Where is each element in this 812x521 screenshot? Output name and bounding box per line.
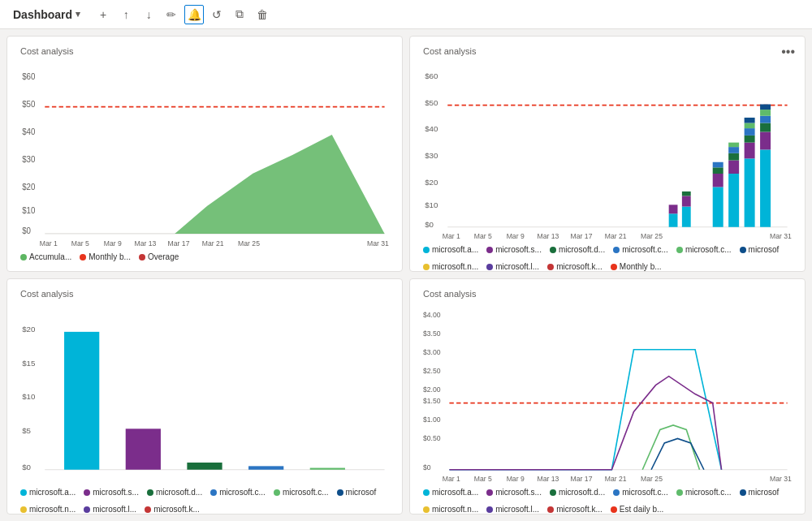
svg-text:$10: $10 [22,206,36,215]
legend-label-bl-1: microsoft.a... [29,488,76,497]
svg-text:$50: $50 [22,99,36,108]
legend-dot-tr-6 [740,247,746,253]
svg-text:Mar 17: Mar 17 [571,475,593,483]
legend-item-br-9: microsoft.k... [547,505,603,514]
area-chart: $60 $50 $40 $30 $20 $10 $0 Mar 1 Mar 5 M… [20,62,389,248]
legend-label-bl-2: microsoft.s... [93,488,139,497]
legend-label-accumula: Accumula... [29,252,71,261]
legend-dot-br-9 [547,506,554,513]
legend-dot-tr-8 [486,264,493,270]
legend-label-tr-1: microsoft.a... [432,245,478,254]
legend-item-tr-7: microsoft.n... [423,262,478,271]
svg-text:$0: $0 [22,226,31,235]
svg-rect-69 [187,463,222,470]
legend-item-br-2: microsoft.s... [486,488,542,497]
svg-rect-49 [760,123,771,132]
legend-dot-overage [139,254,145,260]
svg-rect-43 [745,136,755,143]
card-top-left-title: Cost analysis [20,46,389,56]
legend-label-monthly: Monthly b... [89,252,131,261]
chart-area-top-left: $60 $50 $40 $30 $20 $10 $0 Mar 1 Mar 5 M… [20,62,389,248]
download-icon[interactable]: ↓ [139,5,158,24]
legend-dot-bl-5 [274,489,280,496]
legend-item-tr-4: microsoft.c... [613,245,668,254]
legend-item-bl-3: microsoft.d... [147,488,202,497]
svg-text:$3.50: $3.50 [423,329,441,338]
svg-text:Mar 25: Mar 25 [641,232,663,240]
legend-dot-bl-3 [147,489,153,496]
legend-item-br-8: microsoft.l... [486,505,539,514]
title-chevron[interactable]: ▾ [76,9,80,19]
legend-label-bl-6: microsof [346,488,377,497]
legend-label-br-5: microsoft.c... [685,488,732,497]
legend-bottom-left: microsoft.a... microsoft.s... microsoft.… [20,488,389,514]
svg-text:$5: $5 [22,426,31,435]
svg-rect-44 [745,128,755,136]
svg-rect-41 [745,158,755,226]
svg-text:$10: $10 [22,392,36,401]
refresh-icon[interactable]: ↺ [207,5,227,24]
legend-item-br-4: microsoft.c... [613,488,668,497]
legend-item-bl-2: microsoft.s... [84,488,139,497]
svg-text:Mar 31: Mar 31 [770,475,792,483]
legend-label-tr-5: microsoft.c... [685,245,732,254]
svg-rect-71 [310,468,345,470]
svg-rect-39 [728,147,739,153]
top-bar: Dashboard ▾ + ↑ ↓ ✏ 🔔 ↺ ⧉ 🗑 [0,0,812,29]
legend-label-tr-2: microsoft.s... [495,245,542,254]
legend-item-bl-5: microsoft.c... [274,488,329,497]
svg-rect-67 [64,332,99,470]
svg-text:Mar 13: Mar 13 [538,232,559,240]
legend-dot-bl-1 [20,489,27,496]
legend-dot-bl-6 [337,489,343,496]
svg-text:$0: $0 [423,463,431,471]
legend-dot-bl-2 [84,489,90,496]
copy-icon[interactable]: ⧉ [230,5,249,24]
legend-item-br-3: microsoft.d... [550,488,605,497]
line-chart: $4.00 $3.50 $3.00 $2.50 $2.00 $1.50 $1.0… [423,305,792,483]
svg-rect-47 [760,149,771,226]
legend-item-tr-3: microsoft.d... [550,245,605,254]
legend-dot-br-3 [550,489,556,496]
svg-text:Mar 25: Mar 25 [641,475,663,483]
legend-top-right: microsoft.a... microsoft.s... microsoft.… [423,245,792,271]
legend-item-br-6: microsof [740,488,780,497]
svg-rect-51 [760,110,771,116]
svg-text:$4.00: $4.00 [423,311,441,319]
legend-item-tr-2: microsoft.s... [486,245,542,254]
legend-label-tr-9: microsoft.k... [556,262,603,271]
svg-text:Mar 1: Mar 1 [40,239,58,248]
svg-text:$0: $0 [425,220,434,229]
svg-rect-70 [248,466,283,469]
upload-icon[interactable]: ↑ [116,5,136,24]
title-text: Dashboard [13,8,72,21]
legend-dot-br-6 [740,489,746,496]
svg-text:$0.50: $0.50 [423,434,441,442]
legend-label-br-7: microsoft.n... [432,505,478,514]
bell-icon[interactable]: 🔔 [184,5,204,24]
legend-item-br-7: microsoft.n... [423,505,478,514]
legend-label-overage: Overage [148,252,179,261]
svg-rect-68 [126,428,161,469]
edit-icon[interactable]: ✏ [162,5,181,24]
add-icon[interactable]: + [93,5,113,24]
svg-rect-36 [728,174,739,227]
svg-rect-33 [713,174,723,187]
svg-text:$20: $20 [425,178,438,187]
legend-label-br-6: microsof [749,488,780,497]
legend-item-br-1: microsoft.a... [423,488,478,497]
card-bottom-right-title: Cost analysis [423,289,792,299]
svg-text:Mar 25: Mar 25 [238,239,260,248]
svg-rect-28 [669,205,678,213]
delete-icon[interactable]: 🗑 [253,5,272,24]
legend-dot-tr-7 [423,264,430,270]
svg-text:Mar 31: Mar 31 [367,239,389,248]
legend-label-bl-7: microsoft.n... [29,505,76,514]
svg-text:Mar 31: Mar 31 [770,232,792,240]
legend-label-tr-8: microsoft.l... [495,262,539,271]
legend-label-bl-4: microsoft.c... [219,488,266,497]
svg-text:$1.50: $1.50 [423,396,441,404]
card-menu-top-right[interactable]: ••• [781,45,795,59]
legend-label-tr-4: microsoft.c... [622,245,668,254]
legend-item-bl-8: microsoft.l... [84,505,136,514]
